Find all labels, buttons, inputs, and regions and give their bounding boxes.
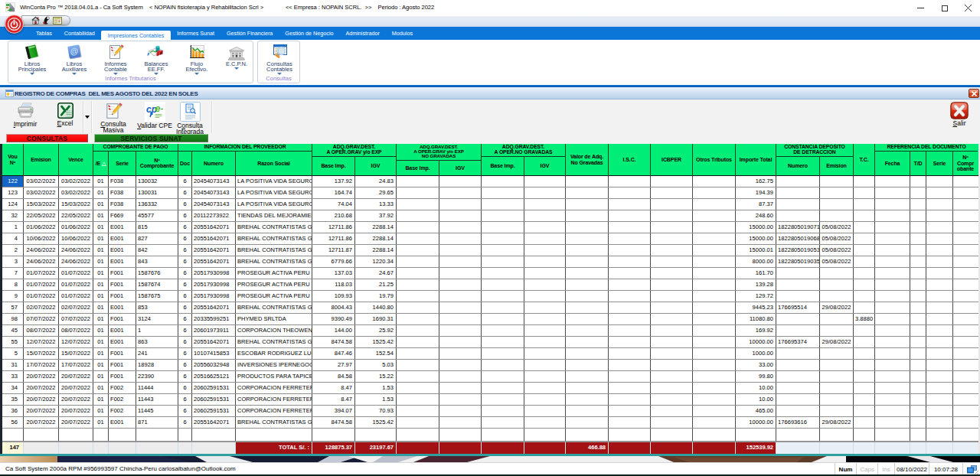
grid-row[interactable]: 4508/07/202208/07/202201E001162060197391…	[2, 325, 978, 337]
grid-cell[interactable]: LA POSITIVA VIDA SEGUROS	[236, 176, 312, 187]
col-header-valor-adq[interactable]: Valor de Adq. No Gravadas	[566, 144, 609, 175]
grid-cell[interactable]: 20454073143	[192, 176, 236, 187]
grid-cell[interactable]	[926, 429, 953, 441]
grid-cell[interactable]	[651, 394, 693, 405]
contacts-icon[interactable]	[42, 16, 51, 24]
grid-cell[interactable]: 19.79	[355, 291, 397, 302]
grid-cell[interactable]: ESCOBAR RODRIGUEZ LUCHO	[236, 348, 312, 359]
grid-cell[interactable]	[397, 199, 439, 210]
grid-cell[interactable]: 1587676	[136, 268, 178, 279]
grid-cell[interactable]: F038	[109, 199, 136, 210]
grid-cell[interactable]	[482, 314, 524, 324]
grid-empty-row[interactable]	[2, 429, 978, 442]
grid-cell[interactable]	[566, 302, 609, 313]
grid-cell[interactable]	[439, 360, 482, 370]
grid-cell[interactable]	[524, 187, 566, 198]
grid-cell[interactable]	[355, 429, 397, 441]
grid-cell[interactable]	[482, 245, 524, 256]
grid-cell[interactable]	[953, 279, 978, 290]
grid-cell[interactable]	[875, 325, 910, 336]
col-header-det-emision[interactable]: Emision	[820, 157, 853, 175]
grid-cell[interactable]	[953, 210, 978, 221]
grid-cell[interactable]	[820, 187, 854, 198]
grid-cell[interactable]	[693, 371, 736, 382]
grid-cell[interactable]	[397, 222, 439, 233]
grid-cell[interactable]: 6	[178, 325, 192, 336]
grid-cell[interactable]	[953, 291, 978, 302]
grid-cell[interactable]	[651, 302, 693, 313]
grid-cell[interactable]: 18228050190535	[776, 245, 820, 256]
grid-cell[interactable]	[926, 279, 953, 290]
grid-cell[interactable]	[651, 256, 693, 267]
grid-cell[interactable]	[482, 417, 524, 428]
grid-cell[interactable]	[854, 302, 875, 313]
grid-cell[interactable]: 01	[93, 394, 109, 405]
grid-cell[interactable]	[820, 429, 854, 441]
grid-cell[interactable]: 01	[93, 325, 109, 336]
grid-cell[interactable]	[910, 394, 926, 405]
grid-cell[interactable]	[953, 176, 978, 187]
grid-cell[interactable]	[609, 210, 651, 221]
col-header-n-comprobante[interactable]: Nº Comprobante	[136, 152, 178, 175]
grid-cell[interactable]: 20/07/2022	[24, 371, 59, 382]
grid-cell[interactable]	[736, 429, 776, 441]
grid-cell[interactable]	[820, 268, 854, 279]
grid-cell[interactable]	[854, 291, 875, 302]
grid-cell[interactable]: 01/06/2022	[24, 222, 59, 233]
grid-cell[interactable]	[397, 176, 439, 187]
grid-cell[interactable]	[24, 429, 59, 441]
grid-cell[interactable]	[910, 360, 926, 370]
grid-cell[interactable]	[651, 314, 693, 324]
grid-cell[interactable]: 56	[2, 417, 24, 428]
grid-cell[interactable]: 07/07/2022	[59, 314, 93, 324]
grid-cell[interactable]: 241	[136, 348, 178, 359]
grid-cell[interactable]	[910, 199, 926, 210]
grid-cell[interactable]: 6	[178, 383, 192, 393]
grid-cell[interactable]	[566, 325, 609, 336]
grid-cell[interactable]: 20602591531	[192, 406, 236, 416]
grid-cell[interactable]	[651, 337, 693, 347]
document-close-button[interactable]	[969, 89, 979, 98]
grid-cell[interactable]	[59, 429, 93, 441]
grid-cell[interactable]	[854, 325, 875, 336]
grid-cell[interactable]	[236, 429, 312, 441]
grid-cell[interactable]	[953, 383, 978, 393]
grid-cell[interactable]: 20517930998	[192, 279, 236, 290]
grid-cell[interactable]	[926, 268, 953, 279]
grid-cell[interactable]	[953, 245, 978, 256]
grid-cell[interactable]	[566, 199, 609, 210]
grid-cell[interactable]	[910, 337, 926, 347]
grid-cell[interactable]	[910, 256, 926, 267]
grid-cell[interactable]: 33.00	[736, 360, 776, 370]
grid-cell[interactable]: 10.00	[736, 383, 776, 393]
grid-cell[interactable]: 3.8880	[854, 314, 875, 324]
grid-cell[interactable]	[854, 245, 875, 256]
grid-cell[interactable]: 136332	[136, 199, 178, 210]
grid-cell[interactable]	[524, 348, 566, 359]
grid-cell[interactable]	[397, 417, 439, 428]
grid-cell[interactable]: 25.92	[355, 325, 397, 336]
grid-cell[interactable]	[524, 291, 566, 302]
grid-cell[interactable]: 144.00	[312, 325, 355, 336]
grid-cell[interactable]	[651, 245, 693, 256]
col-header-vence[interactable]: Vence	[59, 144, 93, 175]
grid-cell[interactable]	[953, 360, 978, 370]
grid-cell[interactable]	[524, 337, 566, 347]
grid-cell[interactable]	[776, 360, 820, 370]
grid-cell[interactable]	[397, 256, 439, 267]
grid-row[interactable]: 9807/07/202207/07/202201F001312462033559…	[2, 314, 978, 325]
grid-cell[interactable]	[439, 325, 482, 336]
grid-cell[interactable]	[693, 279, 736, 290]
grid-cell[interactable]: 24.83	[355, 176, 397, 187]
grid-cell[interactable]: 20/07/2022	[59, 371, 93, 382]
grid-cell[interactable]: 31	[2, 360, 24, 370]
grid-cell[interactable]	[609, 291, 651, 302]
grid-cell[interactable]	[854, 268, 875, 279]
grid-cell[interactable]: 17/07/2022	[24, 360, 59, 370]
grid-cell[interactable]: 176693616	[776, 417, 820, 428]
grid-cell[interactable]	[926, 325, 953, 336]
grid-cell[interactable]	[482, 337, 524, 347]
col-header-igv-1[interactable]: IGV	[355, 157, 396, 175]
grid-row[interactable]: 5620/07/202220/07/202201E001871620551642…	[2, 417, 978, 429]
grid-cell[interactable]: CORPORACION FERRETERA	[236, 394, 312, 405]
